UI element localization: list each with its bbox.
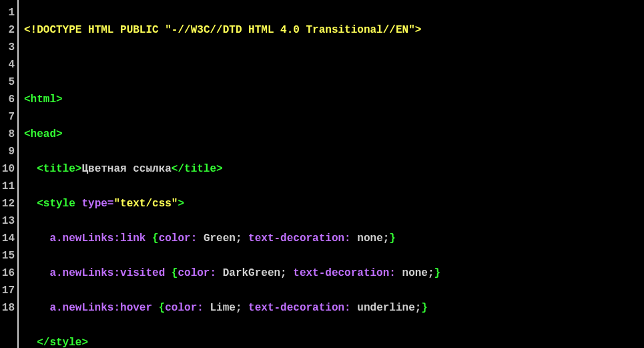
line-number: 3 — [1, 39, 15, 56]
line-number: 12 — [1, 195, 15, 212]
code-line[interactable]: <style type="text/css"> — [24, 195, 639, 212]
line-number: 2 — [1, 21, 15, 39]
line-number: 15 — [1, 247, 15, 265]
css-prop: text-decoration: — [248, 302, 351, 314]
tag: <title> — [37, 163, 81, 175]
text-node: Цветная ссылка — [81, 163, 171, 175]
attr: type= — [81, 198, 113, 210]
css-selector: a.newLinks:visited — [49, 267, 165, 279]
brace: { — [159, 302, 166, 314]
line-number: 4 — [1, 56, 15, 73]
brace: } — [389, 232, 396, 244]
tag: </title> — [172, 163, 223, 175]
css-selector: a.newLinks:hover — [49, 302, 152, 314]
line-number: 14 — [1, 230, 15, 247]
line-number: 6 — [1, 91, 15, 108]
line-number: 13 — [1, 212, 15, 230]
line-number: 10 — [1, 160, 15, 178]
css-value: none; — [357, 232, 389, 244]
doctype-open: <!DOCTYPE — [24, 24, 81, 36]
code-editor[interactable]: <!DOCTYPE HTML PUBLIC "-//W3C//DTD HTML … — [19, 0, 644, 348]
code-line[interactable]: a.newLinks:link {color: Green; text-deco… — [24, 230, 639, 247]
tag: <html> — [24, 94, 63, 106]
code-line[interactable]: <html> — [24, 91, 639, 108]
code-line[interactable]: <title>Цветная ссылка</title> — [24, 160, 639, 178]
doctype-close: > — [415, 24, 422, 36]
code-line[interactable]: <head> — [24, 126, 639, 143]
code-line[interactable]: <!DOCTYPE HTML PUBLIC "-//W3C//DTD HTML … — [24, 21, 639, 39]
doctype-keyword: HTML — [88, 24, 113, 36]
line-number: 16 — [1, 265, 15, 282]
css-prop: text-decoration: — [293, 267, 396, 279]
brace: } — [421, 302, 428, 314]
code-line[interactable] — [24, 56, 639, 73]
tag: <style — [37, 198, 75, 210]
line-number: 7 — [1, 108, 15, 126]
line-number: 1 — [1, 4, 15, 21]
tag: > — [178, 198, 184, 210]
code-line[interactable]: </style> — [24, 334, 639, 348]
line-number: 9 — [1, 143, 15, 160]
doctype-string: "-//W3C//DTD HTML 4.0 Transitional//EN" — [165, 24, 414, 36]
brace: { — [172, 267, 178, 279]
css-value: underline; — [357, 302, 421, 314]
brace: } — [434, 267, 441, 279]
tag: </style> — [37, 337, 88, 348]
line-number: 8 — [1, 126, 15, 143]
css-prop: color: — [178, 267, 216, 279]
code-line[interactable]: a.newLinks:visited {color: DarkGreen; te… — [24, 265, 639, 282]
css-value: none; — [402, 267, 434, 279]
css-value: Green; — [204, 232, 242, 244]
css-prop: text-decoration: — [248, 232, 351, 244]
line-number: 17 — [1, 282, 15, 299]
css-value: Lime; — [210, 302, 242, 314]
code-line[interactable]: a.newLinks:hover {color: Lime; text-deco… — [24, 299, 639, 317]
line-number-gutter: 1 2 3 4 5 6 7 8 9 10 11 12 13 14 15 16 1… — [0, 0, 19, 348]
line-number: 5 — [1, 73, 15, 91]
tag: <head> — [24, 128, 63, 140]
css-value: DarkGreen; — [223, 267, 287, 279]
line-number: 18 — [1, 299, 15, 317]
css-selector: a.newLinks:link — [49, 232, 145, 244]
css-prop: color: — [159, 232, 198, 244]
brace: { — [152, 232, 159, 244]
css-prop: color: — [165, 302, 204, 314]
string: "text/css" — [113, 198, 178, 210]
doctype-keyword: PUBLIC — [120, 24, 159, 36]
line-number: 11 — [1, 178, 15, 195]
